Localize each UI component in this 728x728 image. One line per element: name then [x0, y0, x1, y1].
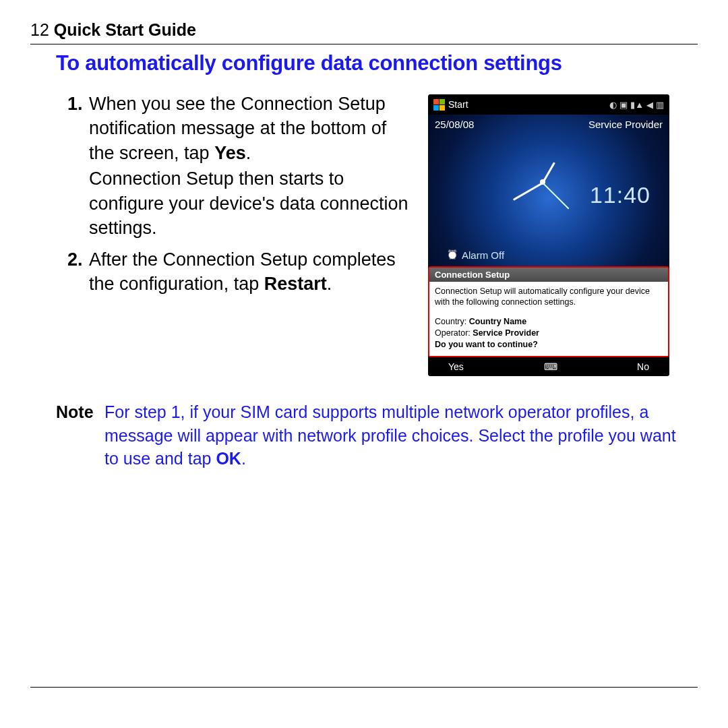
step-number: 2. — [67, 247, 89, 298]
phone-home: 25/08/08 Service Provider 11:40 Alarm Of… — [428, 115, 669, 266]
phone-service: Service Provider — [588, 119, 663, 130]
notification-body: Connection Setup will automatically conf… — [429, 282, 668, 356]
steps-column: 1. When you see the Connection Setup not… — [30, 92, 428, 376]
step-2: 2. After the Connection Setup completes … — [67, 247, 416, 298]
step-number: 1. — [67, 92, 89, 242]
guide-title: Quick Start Guide — [54, 20, 196, 39]
page-number: 12 — [30, 20, 49, 39]
connection-setup-notification: Connection Setup Connection Setup will a… — [428, 266, 669, 357]
globe-icon: ◐ — [609, 100, 617, 110]
softkey-no[interactable]: No — [637, 361, 649, 372]
step-text: Connection Setup then starts to configur… — [89, 166, 416, 240]
phone-screenshot: Start ◐ ▣ ▮▲ ◀ ▥ 25/08/08 Service Provid… — [428, 94, 669, 376]
phone-statusbar: Start ◐ ▣ ▮▲ ◀ ▥ — [428, 94, 669, 115]
sim-icon: ▣ — [619, 100, 628, 110]
phone-alarm: Alarm Off — [462, 249, 504, 261]
signal-icon: ▮▲ — [630, 100, 644, 110]
step-text: After the Connection Setup completes the… — [89, 247, 416, 297]
windows-logo-icon — [433, 99, 445, 111]
country-row: Country: Country Name — [435, 316, 663, 327]
section-heading: To automatically configure data connecti… — [56, 51, 698, 75]
note-block: Note For step 1, if your SIM card suppor… — [30, 400, 698, 471]
step-text: When you see the Connection Setup notifi… — [89, 92, 416, 165]
softkey-yes[interactable]: Yes — [448, 361, 464, 372]
phone-softkeys: Yes ⌨ No — [428, 357, 669, 376]
note-label: Note — [56, 400, 104, 471]
operator-row: Operator: Service Provider — [435, 328, 663, 338]
prompt-row: Do you want to continue? — [435, 339, 663, 350]
volume-icon: ◀ — [646, 100, 653, 110]
start-label: Start — [448, 99, 468, 110]
notification-message: Connection Setup will automatically conf… — [435, 286, 663, 308]
battery-icon: ▥ — [656, 100, 664, 110]
keyboard-icon[interactable]: ⌨ — [544, 361, 556, 372]
analog-clock-icon — [502, 142, 583, 222]
phone-date: 25/08/08 — [435, 119, 474, 130]
phone-time: 11:40 — [590, 182, 650, 208]
notification-title: Connection Setup — [429, 268, 668, 282]
page-header: 12 Quick Start Guide — [30, 20, 698, 44]
footer-rule — [30, 687, 698, 688]
step-1: 1. When you see the Connection Setup not… — [67, 92, 416, 242]
note-text: For step 1, if your SIM card supports mu… — [104, 400, 684, 471]
